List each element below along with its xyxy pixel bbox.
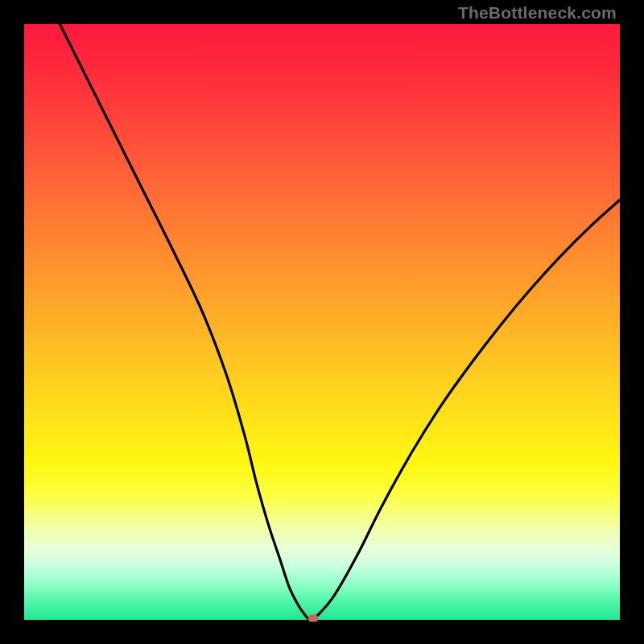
plot-area [24,24,620,620]
watermark-text: TheBottleneck.com [458,3,617,23]
bottleneck-curve [24,24,620,620]
curve-path [60,24,620,621]
min-marker [308,615,318,622]
chart-frame: TheBottleneck.com [0,0,644,644]
